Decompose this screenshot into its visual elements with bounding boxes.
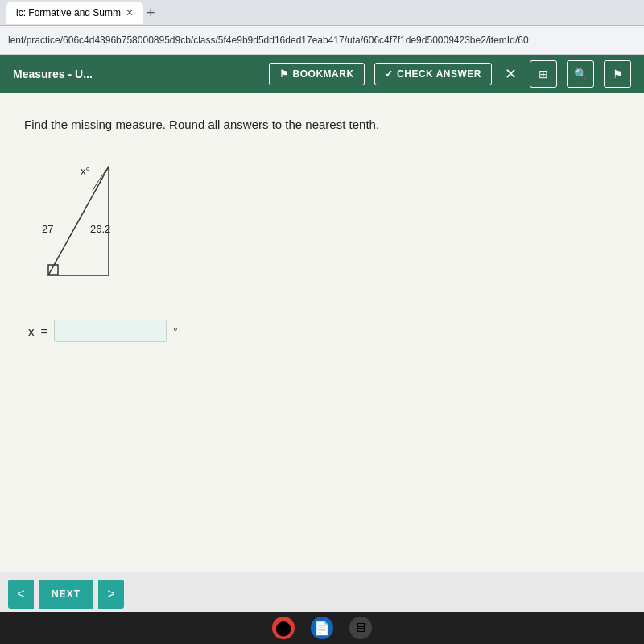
new-tab-button[interactable]: + (147, 6, 155, 20)
browser-tab[interactable]: ic: Formative and Summ ✕ (6, 2, 143, 24)
chrome-icon[interactable]: ⬤ (272, 617, 295, 639)
grid-icon-button[interactable]: ⊞ (530, 60, 557, 88)
check-answer-button[interactable]: ✓ CHECK ANSWER (374, 63, 492, 85)
question-instruction: Find the missing measure. Round all answ… (24, 118, 620, 131)
check-answer-label: CHECK ANSWER (397, 68, 481, 80)
next-icon: > (107, 587, 114, 601)
close-button[interactable]: ✕ (502, 62, 520, 86)
equals-label: = (41, 324, 48, 338)
search-icon-button[interactable]: 🔍 (567, 60, 594, 88)
svg-marker-0 (48, 167, 109, 275)
next-button[interactable]: > (98, 580, 124, 609)
monitor-icon[interactable]: 🖥 (349, 617, 372, 639)
app-title: Measures - U... (13, 68, 259, 80)
answer-area: x = ° (28, 320, 620, 342)
tab-title: ic: Formative and Summ (16, 7, 121, 19)
url-text: lent/practice/606c4d4396b758000895d9cb/c… (8, 35, 529, 46)
side1-label: 27 (42, 223, 53, 235)
side2-label: 26.2 (90, 223, 110, 235)
tab-close-icon[interactable]: ✕ (126, 7, 134, 19)
check-icon: ✓ (385, 68, 394, 80)
next-label: NEXT (39, 580, 93, 609)
search-icon: 🔍 (574, 68, 588, 80)
flag-icon: ⚑ (613, 68, 623, 80)
files-icon[interactable]: 📄 (311, 617, 333, 639)
main-content: Find the missing measure. Round all answ… (0, 93, 644, 617)
triangle-diagram: x° 27 26.2 (32, 151, 161, 295)
bookmark-button[interactable]: ⚑ BOOKMARK (269, 63, 365, 85)
degree-symbol: ° (173, 325, 177, 337)
answer-input[interactable] (54, 320, 167, 342)
bookmark-icon: ⚑ (279, 68, 289, 80)
grid-icon: ⊞ (539, 68, 548, 80)
bottom-nav: < NEXT > (0, 572, 644, 617)
close-icon: ✕ (505, 66, 517, 82)
browser-tab-bar: ic: Formative and Summ ✕ + (0, 0, 644, 26)
bookmark-label: BOOKMARK (293, 68, 354, 80)
prev-button[interactable]: < (8, 580, 34, 609)
prev-icon: < (17, 587, 24, 601)
taskbar: ⬤ 📄 🖥 (0, 612, 644, 644)
variable-label: x (28, 324, 35, 338)
app-header: Measures - U... ⚑ BOOKMARK ✓ CHECK ANSWE… (0, 55, 644, 93)
flag-icon-button[interactable]: ⚑ (604, 60, 631, 88)
angle-label: x° (80, 165, 90, 177)
address-bar: lent/practice/606c4d4396b758000895d9cb/c… (0, 26, 644, 55)
